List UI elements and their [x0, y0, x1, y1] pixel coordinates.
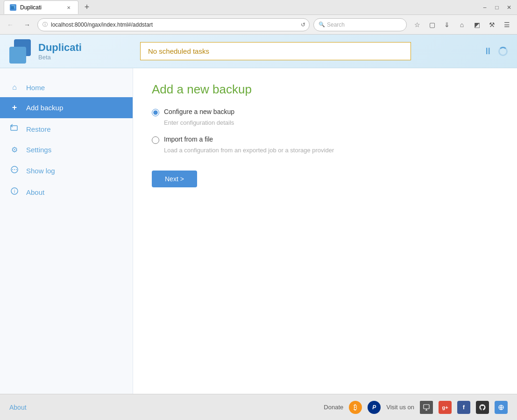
- content-area: Add a new backup Configure a new backup …: [133, 68, 517, 394]
- svg-point-6: [16, 169, 17, 170]
- menu-button[interactable]: ☰: [500, 18, 513, 31]
- paypal-donate-button[interactable]: P: [368, 401, 381, 414]
- back-button[interactable]: ←: [4, 18, 17, 31]
- svg-text:i: i: [14, 189, 15, 194]
- tab-close-button[interactable]: ✕: [65, 4, 72, 11]
- logo-icon: [9, 39, 34, 64]
- header-controls: ⏸: [483, 46, 508, 57]
- import-radio[interactable]: [152, 136, 159, 144]
- option-import-group: Import from a file Load a configuration …: [152, 135, 498, 154]
- status-text: No scheduled tasks: [148, 47, 209, 55]
- refresh-button[interactable]: ↺: [301, 21, 305, 28]
- github-button[interactable]: [476, 401, 489, 414]
- new-tab-button[interactable]: +: [80, 1, 93, 14]
- browser-toolbar: ← → ⓘ localhost:8000/ngax/index.html#/ad…: [0, 15, 517, 35]
- tab-title: Duplicati: [20, 4, 42, 11]
- sidebar-item-label-home: Home: [26, 84, 45, 92]
- sidebar-item-label-settings: Settings: [26, 146, 51, 154]
- facebook-button[interactable]: f: [457, 401, 470, 414]
- logo-square-front: [9, 47, 26, 64]
- toolbar-icons: ☆ ▢ ⇓ ⌂ ◩ ⚒ ☰: [411, 18, 513, 31]
- svg-rect-1: [11, 6, 14, 9]
- option-configure-row[interactable]: Configure a new backup: [152, 108, 498, 116]
- lock-icon: ⓘ: [42, 21, 48, 28]
- next-button[interactable]: Next >: [152, 171, 197, 187]
- tab-favicon: [10, 4, 16, 11]
- app-content: Duplicati Beta No scheduled tasks ⏸ ⌂ Ho…: [0, 35, 517, 420]
- app-subtitle: Beta: [38, 54, 82, 61]
- add-icon: +: [9, 103, 20, 113]
- settings-icon: ⚙: [9, 145, 20, 154]
- home-icon: ⌂: [9, 83, 20, 92]
- app-footer: About Donate ₿ P Visit us on g+ f: [0, 394, 517, 420]
- sidebar-item-add-backup[interactable]: + Add backup: [0, 97, 133, 118]
- app-logo: Duplicati Beta: [9, 39, 140, 64]
- close-button[interactable]: ✕: [505, 3, 513, 12]
- import-description: Load a configuration from an exported jo…: [164, 147, 498, 154]
- extensions-button[interactable]: ⚒: [485, 18, 498, 31]
- status-banner: No scheduled tasks: [140, 42, 411, 60]
- sidebar-item-home[interactable]: ⌂ Home: [0, 78, 133, 97]
- restore-icon: [9, 124, 20, 134]
- svg-point-4: [12, 169, 13, 170]
- forward-button[interactable]: →: [21, 18, 34, 31]
- svg-point-5: [14, 169, 15, 170]
- app-header: Duplicati Beta No scheduled tasks ⏸: [0, 35, 517, 68]
- main-layout: ⌂ Home + Add backup Restore ⚙ Settings: [0, 68, 517, 394]
- address-bar[interactable]: ⓘ localhost:8000/ngax/index.html#/addsta…: [37, 18, 310, 31]
- shield-button[interactable]: ◩: [470, 18, 483, 31]
- sidebar-item-settings[interactable]: ⚙ Settings: [0, 140, 133, 160]
- svg-rect-9: [424, 405, 429, 409]
- url-text: localhost:8000/ngax/index.html#/addstart: [51, 21, 153, 28]
- show-log-icon: [9, 165, 20, 176]
- sidebar-item-show-log[interactable]: Show log: [0, 160, 133, 181]
- option-configure-group: Configure a new backup Enter configurati…: [152, 108, 498, 126]
- option-import-row[interactable]: Import from a file: [152, 135, 498, 144]
- sidebar-item-label-add-backup: Add backup: [26, 104, 63, 112]
- pause-button[interactable]: ⏸: [483, 46, 493, 57]
- search-placeholder: Search: [327, 21, 345, 28]
- bitcoin-donate-button[interactable]: ₿: [349, 401, 362, 414]
- monitor-social-button[interactable]: [420, 401, 433, 414]
- window-controls: – □ ✕: [481, 3, 513, 12]
- app-title: Duplicati: [38, 42, 82, 54]
- footer-about-link[interactable]: About: [9, 404, 27, 411]
- configure-description: Enter configuration details: [164, 119, 498, 126]
- browser-titlebar: Duplicati ✕ + – □ ✕: [0, 0, 517, 15]
- sidebar-item-restore[interactable]: Restore: [0, 118, 133, 140]
- search-icon: 🔍: [319, 21, 325, 28]
- sidebar-item-label-show-log: Show log: [26, 167, 55, 175]
- page-title: Add a new backup: [152, 82, 498, 97]
- download-button[interactable]: ⇓: [440, 18, 453, 31]
- search-container[interactable]: 🔍 Search: [313, 18, 407, 31]
- import-label: Import from a file: [164, 135, 213, 143]
- visit-label: Visit us on: [386, 404, 414, 411]
- footer-right: Donate ₿ P Visit us on g+ f: [324, 401, 508, 414]
- loading-spinner: [498, 47, 508, 56]
- sidebar-item-about[interactable]: i About: [0, 181, 133, 203]
- sidebar-item-label-about: About: [26, 188, 44, 196]
- sidebar: ⌂ Home + Add backup Restore ⚙ Settings: [0, 68, 133, 394]
- bookmark-star-button[interactable]: ☆: [411, 18, 424, 31]
- logo-text-group: Duplicati Beta: [38, 42, 82, 61]
- other-social-button[interactable]: [495, 401, 508, 414]
- donate-label: Donate: [324, 404, 343, 411]
- sidebar-item-label-restore: Restore: [26, 125, 51, 133]
- configure-label: Configure a new backup: [164, 108, 234, 115]
- home-button[interactable]: ⌂: [455, 18, 468, 31]
- maximize-button[interactable]: □: [493, 3, 501, 12]
- configure-radio[interactable]: [152, 109, 159, 116]
- google-plus-button[interactable]: g+: [439, 401, 452, 414]
- about-icon: i: [9, 187, 20, 197]
- browser-tab[interactable]: Duplicati ✕: [4, 0, 78, 14]
- reader-mode-button[interactable]: ▢: [425, 18, 439, 31]
- minimize-button[interactable]: –: [481, 3, 489, 12]
